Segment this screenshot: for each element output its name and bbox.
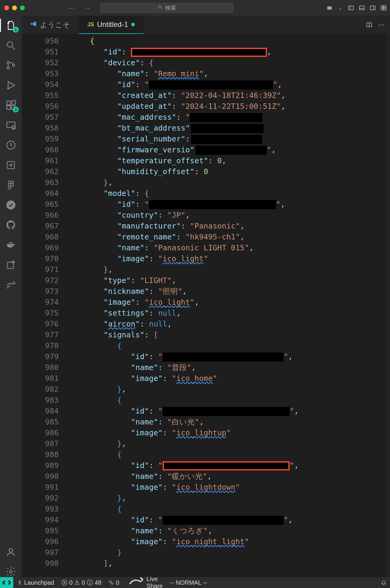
- activity-search[interactable]: [5, 40, 16, 51]
- remote-indicator[interactable]: [0, 577, 13, 588]
- activity-docker[interactable]: [5, 239, 16, 250]
- activity-settings-extra[interactable]: [5, 160, 16, 171]
- tab-welcome[interactable]: ようこそ: [22, 16, 79, 34]
- svg-rect-40: [11, 242, 12, 244]
- customize-layout-icon[interactable]: [380, 5, 387, 11]
- activity-timeline[interactable]: [5, 140, 16, 151]
- svg-rect-11: [381, 6, 383, 8]
- svg-rect-2: [327, 6, 332, 9]
- svg-point-3: [328, 8, 329, 8]
- svg-rect-39: [9, 242, 11, 244]
- svg-rect-12: [384, 6, 386, 8]
- js-file-icon: JS: [87, 21, 94, 28]
- svg-rect-14: [384, 8, 386, 10]
- tab-welcome-label: ようこそ: [40, 20, 70, 30]
- status-ports[interactable]: 0: [105, 579, 123, 586]
- toggle-sidebar-left-icon[interactable]: [348, 5, 354, 11]
- svg-point-4: [330, 8, 331, 8]
- window-controls: [4, 5, 25, 10]
- nav-forward-button[interactable]: →: [80, 2, 94, 13]
- close-window-icon[interactable]: [4, 5, 9, 10]
- activity-source-control[interactable]: [5, 60, 16, 71]
- svg-point-30: [8, 181, 11, 184]
- activity-settings[interactable]: [5, 566, 16, 577]
- status-problems[interactable]: ⓧ0 ⚠0 ⓘ48: [58, 579, 105, 587]
- warning-icon: ⚠: [74, 579, 80, 586]
- activity-test-pass[interactable]: [5, 200, 16, 210]
- svg-point-35: [6, 200, 15, 210]
- copilot-icon[interactable]: [326, 5, 333, 11]
- svg-point-42: [9, 549, 13, 552]
- activity-explorer[interactable]: 1: [5, 20, 16, 31]
- status-notifications[interactable]: [377, 580, 390, 585]
- svg-point-46: [111, 582, 112, 583]
- activity-extensions[interactable]: 3: [5, 100, 16, 111]
- activity-account[interactable]: [5, 546, 16, 557]
- search-placeholder: 検索: [165, 4, 176, 11]
- toggle-panel-icon[interactable]: [359, 5, 365, 11]
- svg-line-1: [161, 8, 162, 9]
- editor-tabs: ようこそ JS Untitled-1 ⋯: [22, 16, 390, 34]
- activity-bar: 1 3: [0, 16, 22, 577]
- unsaved-dot-icon: [131, 23, 135, 26]
- activity-remote-explorer[interactable]: [5, 120, 16, 131]
- tab-untitled-1[interactable]: JS Untitled-1: [79, 16, 144, 34]
- svg-rect-22: [7, 106, 11, 109]
- status-launchpad[interactable]: Launchpad: [13, 579, 58, 586]
- extensions-badge: 3: [13, 106, 19, 112]
- nav-back-button[interactable]: ←: [65, 2, 78, 13]
- chevron-down-icon[interactable]: ⌄: [338, 5, 342, 11]
- tab-untitled-label: Untitled-1: [97, 20, 128, 29]
- activity-sparkle[interactable]: [5, 259, 16, 270]
- svg-rect-24: [12, 101, 15, 104]
- svg-rect-7: [359, 6, 365, 10]
- svg-point-29: [10, 164, 12, 166]
- svg-rect-5: [349, 6, 354, 10]
- svg-point-32: [8, 184, 11, 187]
- more-actions-icon[interactable]: ⋯: [378, 21, 385, 29]
- maximize-window-icon[interactable]: [20, 5, 25, 10]
- split-editor-icon[interactable]: [366, 21, 372, 28]
- svg-rect-13: [381, 8, 383, 10]
- title-bar: ← → 検索 ⌄: [0, 0, 390, 16]
- svg-point-33: [11, 184, 14, 187]
- svg-rect-9: [370, 6, 375, 10]
- svg-point-19: [12, 64, 15, 67]
- svg-point-0: [159, 5, 161, 8]
- vscode-icon: [30, 21, 37, 29]
- command-center-search[interactable]: 検索: [100, 3, 233, 13]
- error-icon: ⓧ: [61, 579, 67, 587]
- svg-rect-21: [7, 101, 11, 105]
- code-editor[interactable]: 9509519529539549559569579589599609619629…: [22, 34, 390, 577]
- code-content: { "id": , "device": { "name": "Remo mini…: [75, 34, 390, 577]
- line-number-gutter: 9509519529539549559569579589599609619629…: [22, 34, 67, 577]
- activity-run-debug[interactable]: [5, 80, 16, 91]
- minimap[interactable]: [386, 34, 390, 577]
- svg-point-15: [7, 42, 13, 47]
- status-vim-mode[interactable]: -- NORMAL --: [166, 579, 211, 586]
- activity-figma[interactable]: [5, 180, 16, 190]
- toggle-sidebar-right-icon[interactable]: [369, 5, 376, 11]
- svg-point-34: [8, 187, 11, 189]
- svg-point-31: [11, 181, 14, 184]
- status-bar: Launchpad ⓧ0 ⚠0 ⓘ48 0 Live Share -- NORM…: [0, 577, 390, 588]
- info-icon: ⓘ: [87, 579, 93, 587]
- activity-github[interactable]: [5, 219, 16, 230]
- activity-share[interactable]: [5, 279, 16, 290]
- svg-line-16: [12, 47, 15, 50]
- explorer-badge: 1: [13, 27, 19, 33]
- svg-point-17: [7, 61, 9, 64]
- svg-point-18: [7, 67, 9, 69]
- svg-point-43: [10, 570, 12, 573]
- search-icon: [158, 5, 163, 11]
- minimize-window-icon[interactable]: [12, 5, 17, 10]
- svg-point-20: [7, 88, 9, 89]
